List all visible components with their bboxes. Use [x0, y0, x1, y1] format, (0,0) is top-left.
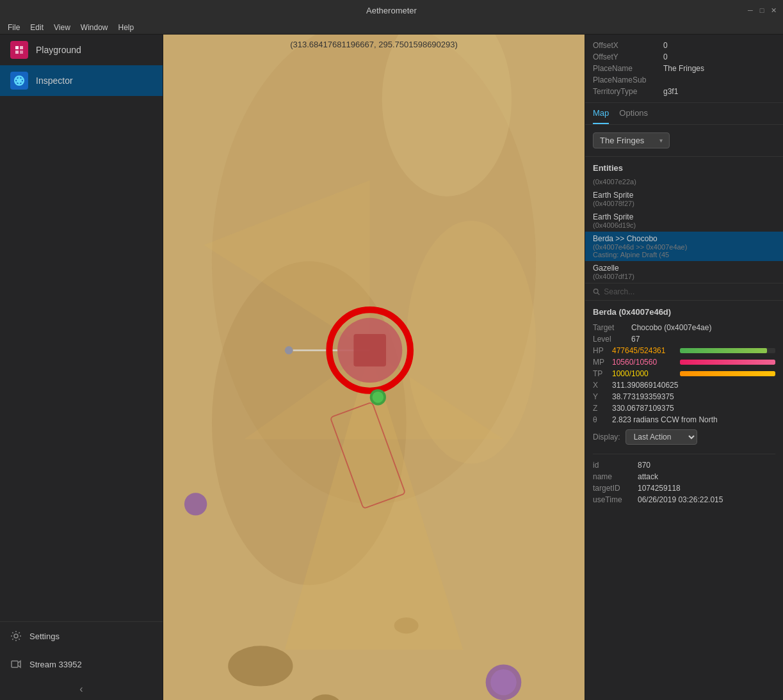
stream-label: Stream 33952 — [29, 660, 82, 669]
display-label: Display: — [593, 433, 620, 441]
mp-bar-fill — [680, 360, 775, 365]
search-icon — [593, 288, 600, 296]
sidebar-item-inspector[interactable]: Inspector — [0, 65, 163, 96]
detail-row-theta: θ 2.823 radians CCW from North — [593, 414, 775, 426]
svg-point-33 — [593, 289, 598, 294]
prop-placename-key: PlaceName — [593, 64, 663, 73]
prop-offsetx-key: OffsetX — [593, 41, 663, 50]
tp-bar-fill — [680, 371, 775, 376]
prop-offsetx: OffsetX 0 — [593, 40, 775, 51]
maximize-button[interactable]: □ — [757, 6, 766, 15]
detail-val-y: 38.773193359375 — [612, 392, 674, 401]
detail-val-x: 311.390869140625 — [612, 381, 678, 390]
entities-section: Entities (0x4007e22a) Earth Sprite (0x40… — [585, 157, 783, 301]
svg-point-30 — [184, 493, 207, 515]
entity-name-2: Earth Sprite — [593, 212, 775, 221]
hp-bar-fill — [680, 348, 767, 353]
detail-key-tp: TP — [593, 369, 612, 378]
detail-key-level: Level — [593, 335, 631, 344]
entity-casting-3: Casting: Alpine Draft (45 — [593, 251, 775, 259]
prop-offsety-key: OffsetY — [593, 52, 663, 61]
canvas-area[interactable]: (313.68417681196667, 295.7501598690293) — [163, 35, 585, 700]
last-action-targetid-row: targetID 1074259118 — [593, 482, 775, 494]
tab-options[interactable]: Options — [619, 103, 648, 124]
close-button[interactable]: ✕ — [769, 6, 778, 15]
minimize-button[interactable]: ─ — [746, 6, 755, 15]
tp-value: 1000/1000 — [612, 369, 676, 378]
entity-item-4[interactable]: Gazelle (0x4007df17) — [585, 261, 783, 283]
map-dropdown-section: The Fringes ▾ — [585, 125, 783, 157]
entities-header: Entities — [585, 157, 783, 175]
prop-placenamesub: PlaceNameSub — [593, 74, 775, 86]
mp-value: 10560/10560 — [612, 358, 676, 367]
detail-key-z: Z — [593, 404, 612, 413]
svg-point-9 — [14, 634, 18, 638]
entity-search — [585, 283, 783, 300]
mp-bar-container: 10560/10560 — [612, 358, 775, 367]
window-controls[interactable]: ─ □ ✕ — [746, 6, 778, 15]
entity-id-3: (0x4007e46d >> 0x4007e4ae) — [593, 243, 775, 251]
prop-territorytype: TerritoryType g3f1 — [593, 86, 775, 97]
collapse-button[interactable]: ‹ — [0, 678, 163, 700]
entity-id-0: (0x4007e22a) — [593, 178, 775, 186]
sidebar-item-stream[interactable]: Stream 33952 — [0, 650, 163, 678]
tp-bar-bg — [680, 371, 775, 376]
prop-placename-val: The Fringes — [663, 64, 704, 73]
menu-help[interactable]: Help — [113, 20, 140, 34]
sidebar-item-settings[interactable]: Settings — [0, 622, 163, 650]
detail-val-theta: 2.823 radians CCW from North — [612, 415, 718, 424]
detail-val-z: 330.06787109375 — [612, 404, 674, 413]
last-action-name-val: attack — [638, 472, 658, 481]
map-canvas[interactable] — [163, 35, 585, 700]
last-action-name-row: name attack — [593, 471, 775, 482]
last-action-targetid-val: 1074259118 — [638, 484, 681, 493]
entity-name-3: Berda >> Chocobo — [593, 234, 775, 243]
tab-bar: Map Options — [585, 103, 783, 125]
svg-rect-1 — [20, 46, 23, 49]
entity-item-1[interactable]: Earth Sprite (0x40078f27) — [585, 188, 783, 210]
menu-file[interactable]: File — [3, 20, 25, 34]
prop-placename: PlaceName The Fringes — [593, 63, 775, 74]
detail-key-hp: HP — [593, 346, 612, 355]
svg-rect-3 — [20, 51, 23, 54]
menu-edit[interactable]: Edit — [25, 20, 49, 34]
map-dropdown-label: The Fringes — [600, 136, 644, 145]
last-action-usetime-key: useTime — [593, 495, 638, 504]
detail-row-mp: MP 10560/10560 — [593, 356, 775, 368]
entity-item-2[interactable]: Earth Sprite (0x4006d19c) — [585, 210, 783, 232]
svg-point-32 — [490, 669, 516, 695]
prop-placenamesub-key: PlaceNameSub — [593, 76, 663, 84]
prop-territorytype-val: g3f1 — [663, 87, 678, 96]
sidebar: Playground Inspector — [0, 35, 163, 700]
detail-row-x: X 311.390869140625 — [593, 379, 775, 391]
entity-id-2: (0x4006d19c) — [593, 221, 775, 229]
properties-section: OffsetX 0 OffsetY 0 PlaceName The Fringe… — [585, 35, 783, 103]
detail-key-mp: MP — [593, 358, 612, 367]
svg-point-24 — [285, 346, 293, 354]
last-action-targetid-key: targetID — [593, 484, 638, 493]
entity-detail-title: Berda (0x4007e46d) — [593, 307, 775, 317]
app-title: Aetherometer — [366, 6, 417, 15]
menu-view[interactable]: View — [49, 20, 76, 34]
tp-bar-container: 1000/1000 — [612, 369, 775, 378]
last-action-name-key: name — [593, 472, 638, 481]
entity-search-input[interactable] — [604, 287, 775, 296]
sidebar-playground-label: Playground — [36, 45, 81, 55]
display-select[interactable]: Last Action Casting Status Effects — [626, 429, 697, 445]
tab-map[interactable]: Map — [593, 103, 609, 124]
detail-key-theta: θ — [593, 415, 612, 424]
entity-id-4: (0x4007df17) — [593, 273, 775, 280]
titlebar: Aetherometer ─ □ ✕ — [0, 0, 783, 20]
entity-name-4: Gazelle — [593, 264, 775, 273]
entity-item-0[interactable]: (0x4007e22a) — [585, 175, 783, 188]
entities-list: (0x4007e22a) Earth Sprite (0x40078f27) E… — [585, 175, 783, 283]
canvas-coordinates: (313.68417681196667, 295.7501598690293) — [290, 40, 458, 49]
settings-label: Settings — [29, 632, 60, 641]
detail-row-level: Level 67 — [593, 333, 775, 345]
map-dropdown[interactable]: The Fringes ▾ — [593, 132, 670, 148]
sidebar-item-playground[interactable]: Playground — [0, 35, 163, 65]
svg-rect-27 — [353, 334, 386, 367]
entity-item-3[interactable]: Berda >> Chocobo (0x4007e46d >> 0x4007e4… — [585, 232, 783, 261]
menu-window[interactable]: Window — [76, 20, 113, 34]
svg-rect-2 — [15, 51, 19, 54]
